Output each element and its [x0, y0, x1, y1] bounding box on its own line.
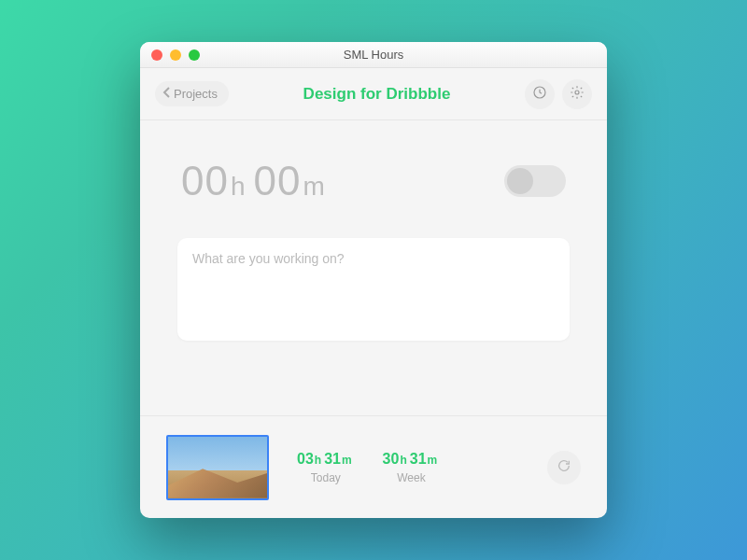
- stat-today: 03h31m Today: [297, 451, 355, 484]
- timer-minutes-unit: m: [303, 172, 325, 201]
- stat-week: 30h31m Week: [383, 451, 441, 484]
- timer-hours: 00: [181, 158, 229, 203]
- maximize-window-button[interactable]: [189, 49, 200, 61]
- header: Projects Design for Dribbble: [140, 68, 607, 120]
- stat-today-label: Today: [297, 471, 355, 484]
- screenshot-thumbnail[interactable]: [166, 435, 269, 500]
- stat-today-time: 03h31m: [297, 451, 355, 468]
- clock-icon: [532, 85, 547, 104]
- back-button[interactable]: Projects: [155, 81, 229, 106]
- footer: 03h31m Today 30h31m Week: [140, 415, 607, 518]
- gear-icon: [570, 85, 585, 104]
- close-window-button[interactable]: [151, 49, 162, 61]
- refresh-button[interactable]: [547, 451, 581, 484]
- window-controls: [140, 49, 200, 61]
- window-title: SML Hours: [140, 48, 607, 62]
- timer-hours-unit: h: [231, 172, 247, 201]
- stat-week-label: Week: [383, 471, 441, 484]
- timer-minutes: 00: [254, 158, 302, 203]
- main-content: 00h00m What are you working on?: [140, 120, 607, 415]
- titlebar: SML Hours: [140, 42, 607, 68]
- refresh-icon: [557, 458, 571, 477]
- page-title: Design for Dribbble: [229, 85, 525, 104]
- timer-toggle[interactable]: [504, 165, 566, 197]
- minimize-window-button[interactable]: [170, 49, 181, 61]
- note-input[interactable]: What are you working on?: [177, 238, 570, 341]
- header-actions: [525, 79, 592, 109]
- toggle-knob: [507, 168, 533, 194]
- timer-row: 00h00m: [177, 158, 570, 204]
- timer-display: 00h00m: [181, 158, 333, 204]
- chevron-left-icon: [162, 87, 172, 101]
- back-button-label: Projects: [174, 87, 218, 101]
- app-window: SML Hours Projects Design for Dribbble: [140, 42, 607, 518]
- svg-point-1: [575, 91, 579, 94]
- stat-week-time: 30h31m: [383, 451, 441, 468]
- settings-button[interactable]: [562, 79, 592, 109]
- history-button[interactable]: [525, 79, 555, 109]
